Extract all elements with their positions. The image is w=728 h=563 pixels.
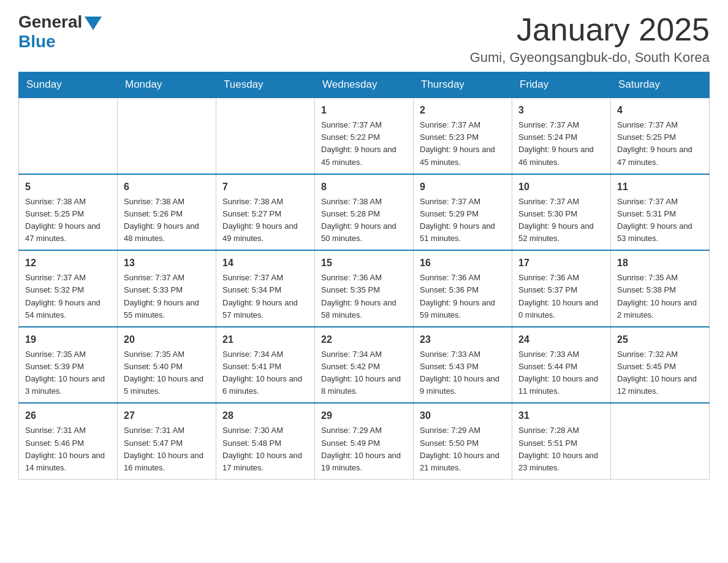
- calendar-cell: 7Sunrise: 7:38 AMSunset: 5:27 PMDaylight…: [216, 174, 315, 251]
- page-header: General Blue January 2025 Gumi, Gyeongsa…: [18, 12, 710, 66]
- day-info: Sunrise: 7:38 AMSunset: 5:28 PMDaylight:…: [321, 196, 407, 245]
- calendar-cell: 10Sunrise: 7:37 AMSunset: 5:30 PMDayligh…: [512, 174, 611, 251]
- day-info: Sunrise: 7:33 AMSunset: 5:43 PMDaylight:…: [420, 348, 506, 398]
- day-number: 30: [420, 408, 506, 423]
- calendar-cell: 30Sunrise: 7:29 AMSunset: 5:50 PMDayligh…: [414, 403, 512, 479]
- calendar-cell: 17Sunrise: 7:36 AMSunset: 5:37 PMDayligh…: [512, 250, 611, 327]
- day-number: 23: [420, 332, 506, 347]
- day-number: 28: [222, 408, 308, 423]
- day-number: 3: [518, 103, 604, 118]
- day-info: Sunrise: 7:38 AMSunset: 5:25 PMDaylight:…: [25, 196, 111, 245]
- day-number: 17: [518, 256, 604, 270]
- calendar-cell: 26Sunrise: 7:31 AMSunset: 5:46 PMDayligh…: [19, 403, 118, 479]
- calendar-cell: 18Sunrise: 7:35 AMSunset: 5:38 PMDayligh…: [611, 250, 710, 327]
- day-info: Sunrise: 7:34 AMSunset: 5:42 PMDaylight:…: [321, 348, 407, 398]
- day-info: Sunrise: 7:38 AMSunset: 5:26 PMDaylight:…: [124, 196, 210, 245]
- day-info: Sunrise: 7:36 AMSunset: 5:36 PMDaylight:…: [420, 272, 506, 321]
- day-info: Sunrise: 7:34 AMSunset: 5:41 PMDaylight:…: [222, 348, 308, 398]
- day-number: 8: [321, 180, 407, 194]
- day-number: 11: [617, 180, 703, 194]
- calendar-cell: 27Sunrise: 7:31 AMSunset: 5:47 PMDayligh…: [118, 403, 216, 479]
- day-number: 25: [617, 332, 703, 347]
- logo-blue-text: Blue: [18, 32, 56, 52]
- day-info: Sunrise: 7:35 AMSunset: 5:38 PMDaylight:…: [617, 272, 703, 321]
- day-info: Sunrise: 7:37 AMSunset: 5:24 PMDaylight:…: [518, 119, 604, 169]
- day-info: Sunrise: 7:37 AMSunset: 5:30 PMDaylight:…: [518, 196, 604, 245]
- day-number: 5: [25, 180, 111, 194]
- day-number: 16: [420, 256, 506, 270]
- calendar-cell: 21Sunrise: 7:34 AMSunset: 5:41 PMDayligh…: [216, 327, 315, 404]
- day-number: 29: [321, 408, 407, 423]
- day-info: Sunrise: 7:31 AMSunset: 5:46 PMDaylight:…: [25, 424, 111, 474]
- day-number: 22: [321, 332, 407, 347]
- day-number: 6: [124, 180, 210, 194]
- calendar-table: SundayMondayTuesdayWednesdayThursdayFrid…: [18, 72, 710, 480]
- day-number: 7: [222, 180, 308, 194]
- day-number: 12: [25, 256, 111, 270]
- title-area: January 2025 Gumi, Gyeongsangbuk-do, Sou…: [470, 12, 710, 66]
- day-info: Sunrise: 7:37 AMSunset: 5:32 PMDaylight:…: [25, 272, 111, 321]
- logo-general-text: General: [18, 12, 82, 32]
- day-info: Sunrise: 7:28 AMSunset: 5:51 PMDaylight:…: [518, 424, 604, 474]
- calendar-week-row: 26Sunrise: 7:31 AMSunset: 5:46 PMDayligh…: [19, 403, 710, 479]
- location-title: Gumi, Gyeongsangbuk-do, South Korea: [470, 50, 710, 66]
- day-number: 24: [518, 332, 604, 347]
- calendar-cell: 25Sunrise: 7:32 AMSunset: 5:45 PMDayligh…: [611, 327, 710, 404]
- day-info: Sunrise: 7:37 AMSunset: 5:33 PMDaylight:…: [124, 272, 210, 321]
- day-number: 13: [124, 256, 210, 270]
- day-info: Sunrise: 7:36 AMSunset: 5:35 PMDaylight:…: [321, 272, 407, 321]
- calendar-cell: 20Sunrise: 7:35 AMSunset: 5:40 PMDayligh…: [118, 327, 216, 404]
- day-number: 10: [518, 180, 604, 194]
- calendar-cell: 28Sunrise: 7:30 AMSunset: 5:48 PMDayligh…: [216, 403, 315, 479]
- day-info: Sunrise: 7:37 AMSunset: 5:22 PMDaylight:…: [321, 119, 407, 169]
- calendar-cell: [19, 98, 118, 174]
- day-info: Sunrise: 7:35 AMSunset: 5:39 PMDaylight:…: [25, 348, 111, 398]
- calendar-cell: 19Sunrise: 7:35 AMSunset: 5:39 PMDayligh…: [19, 327, 118, 404]
- calendar-week-row: 1Sunrise: 7:37 AMSunset: 5:22 PMDaylight…: [19, 98, 710, 174]
- day-number: 15: [321, 256, 407, 270]
- calendar-week-row: 5Sunrise: 7:38 AMSunset: 5:25 PMDaylight…: [19, 174, 710, 251]
- calendar-cell: 1Sunrise: 7:37 AMSunset: 5:22 PMDaylight…: [315, 98, 414, 174]
- day-number: 19: [25, 332, 111, 347]
- calendar-cell: 22Sunrise: 7:34 AMSunset: 5:42 PMDayligh…: [315, 327, 414, 404]
- calendar-cell: 9Sunrise: 7:37 AMSunset: 5:29 PMDaylight…: [414, 174, 512, 251]
- day-info: Sunrise: 7:29 AMSunset: 5:50 PMDaylight:…: [420, 424, 506, 474]
- day-info: Sunrise: 7:36 AMSunset: 5:37 PMDaylight:…: [518, 272, 604, 321]
- calendar-cell: 3Sunrise: 7:37 AMSunset: 5:24 PMDaylight…: [512, 98, 611, 174]
- day-info: Sunrise: 7:30 AMSunset: 5:48 PMDaylight:…: [222, 424, 308, 474]
- calendar-week-row: 19Sunrise: 7:35 AMSunset: 5:39 PMDayligh…: [19, 327, 710, 404]
- day-number: 1: [321, 103, 407, 118]
- calendar-header-monday: Monday: [118, 72, 216, 98]
- day-number: 14: [222, 256, 308, 270]
- calendar-cell: 14Sunrise: 7:37 AMSunset: 5:34 PMDayligh…: [216, 250, 315, 327]
- day-number: 4: [617, 103, 703, 118]
- calendar-cell: 5Sunrise: 7:38 AMSunset: 5:25 PMDaylight…: [19, 174, 118, 251]
- calendar-cell: 13Sunrise: 7:37 AMSunset: 5:33 PMDayligh…: [118, 250, 216, 327]
- calendar-header-tuesday: Tuesday: [216, 72, 315, 98]
- calendar-header-row: SundayMondayTuesdayWednesdayThursdayFrid…: [19, 72, 710, 98]
- day-info: Sunrise: 7:29 AMSunset: 5:49 PMDaylight:…: [321, 424, 407, 474]
- calendar-cell: 24Sunrise: 7:33 AMSunset: 5:44 PMDayligh…: [512, 327, 611, 404]
- calendar-header-sunday: Sunday: [19, 72, 118, 98]
- calendar-cell: 6Sunrise: 7:38 AMSunset: 5:26 PMDaylight…: [118, 174, 216, 251]
- calendar-cell: 2Sunrise: 7:37 AMSunset: 5:23 PMDaylight…: [414, 98, 512, 174]
- calendar-header-friday: Friday: [512, 72, 611, 98]
- calendar-cell: [118, 98, 216, 174]
- calendar-cell: 12Sunrise: 7:37 AMSunset: 5:32 PMDayligh…: [19, 250, 118, 327]
- calendar-cell: 29Sunrise: 7:29 AMSunset: 5:49 PMDayligh…: [315, 403, 414, 479]
- day-info: Sunrise: 7:37 AMSunset: 5:29 PMDaylight:…: [420, 196, 506, 245]
- day-info: Sunrise: 7:33 AMSunset: 5:44 PMDaylight:…: [518, 348, 604, 398]
- calendar-week-row: 12Sunrise: 7:37 AMSunset: 5:32 PMDayligh…: [19, 250, 710, 327]
- day-number: 21: [222, 332, 308, 347]
- day-info: Sunrise: 7:31 AMSunset: 5:47 PMDaylight:…: [124, 424, 210, 474]
- calendar-cell: 15Sunrise: 7:36 AMSunset: 5:35 PMDayligh…: [315, 250, 414, 327]
- calendar-cell: 8Sunrise: 7:38 AMSunset: 5:28 PMDaylight…: [315, 174, 414, 251]
- calendar-cell: 16Sunrise: 7:36 AMSunset: 5:36 PMDayligh…: [414, 250, 512, 327]
- calendar-cell: 31Sunrise: 7:28 AMSunset: 5:51 PMDayligh…: [512, 403, 611, 479]
- day-info: Sunrise: 7:32 AMSunset: 5:45 PMDaylight:…: [617, 348, 703, 398]
- day-number: 18: [617, 256, 703, 270]
- day-number: 20: [124, 332, 210, 347]
- month-title: January 2025: [470, 12, 710, 47]
- day-info: Sunrise: 7:37 AMSunset: 5:31 PMDaylight:…: [617, 196, 703, 245]
- calendar-header-saturday: Saturday: [611, 72, 710, 98]
